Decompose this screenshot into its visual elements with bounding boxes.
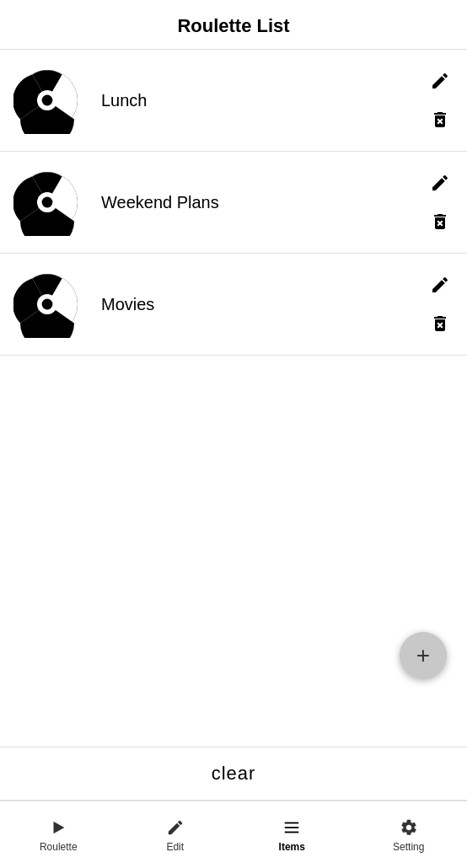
svg-rect-15: [285, 831, 299, 833]
nav-items[interactable]: Items: [234, 801, 351, 868]
roulette-icon: [48, 817, 68, 838]
bottom-nav: Roulette Edit Items Setting: [0, 801, 467, 868]
nuclear-icon: [13, 271, 81, 338]
delete-item-button[interactable]: [427, 106, 454, 133]
add-button[interactable]: +: [400, 632, 447, 679]
nuclear-icon: [13, 169, 81, 236]
svg-point-11: [42, 299, 53, 310]
nav-items-label: Items: [279, 841, 305, 853]
nav-setting[interactable]: Setting: [351, 801, 468, 868]
page-title: Roulette List: [177, 15, 289, 36]
item-actions: [427, 169, 454, 235]
list-item: Movies: [0, 254, 467, 356]
list-item: Lunch: [0, 50, 467, 152]
nav-setting-label: Setting: [393, 841, 424, 853]
edit-item-button[interactable]: [427, 271, 454, 298]
nuclear-icon: [13, 67, 81, 134]
setting-icon: [399, 817, 419, 838]
svg-point-3: [42, 95, 53, 106]
edit-item-button[interactable]: [427, 67, 454, 94]
svg-marker-12: [54, 821, 65, 833]
nav-roulette[interactable]: Roulette: [0, 801, 117, 868]
edit-item-button[interactable]: [427, 169, 454, 196]
svg-rect-14: [285, 827, 299, 828]
delete-item-button[interactable]: [427, 208, 454, 235]
svg-point-7: [42, 197, 53, 208]
items-icon: [282, 817, 302, 838]
items-list: Lunch: [0, 50, 467, 356]
svg-rect-13: [285, 822, 299, 823]
nav-edit[interactable]: Edit: [117, 801, 234, 868]
clear-bar: clear: [0, 747, 467, 801]
item-name: Weekend Plans: [101, 193, 427, 212]
item-name: Lunch: [101, 91, 427, 110]
item-name: Movies: [101, 295, 427, 314]
app-header: Roulette List: [0, 0, 467, 50]
nav-roulette-label: Roulette: [40, 841, 78, 853]
delete-item-button[interactable]: [427, 310, 454, 337]
clear-button[interactable]: clear: [212, 763, 256, 785]
fab-container: +: [400, 632, 447, 679]
main-content: Lunch: [0, 50, 467, 747]
nav-edit-label: Edit: [166, 841, 184, 853]
list-item: Weekend Plans: [0, 152, 467, 254]
edit-icon: [165, 817, 185, 838]
item-actions: [427, 271, 454, 337]
item-actions: [427, 67, 454, 133]
